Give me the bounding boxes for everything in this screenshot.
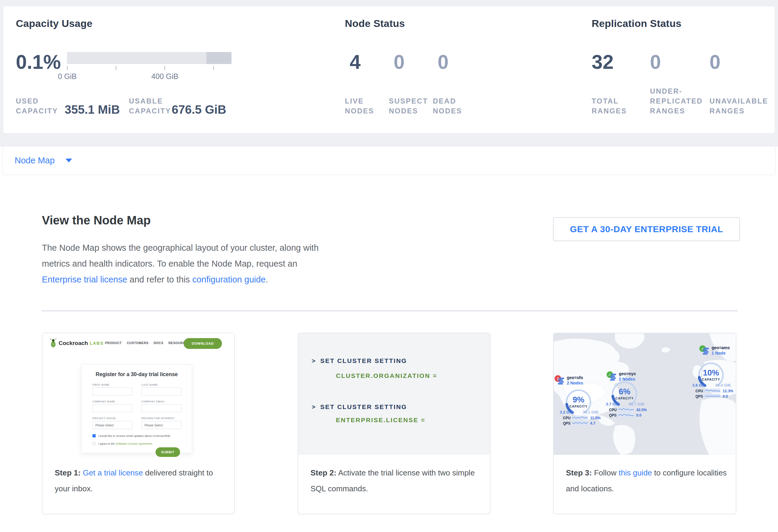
this-guide-link[interactable]: this guide [619,468,652,477]
step-2-caption: Step 2: Activate the trial license with … [310,465,478,497]
step-3-caption: Step 3: Follow this guide to configure l… [566,465,733,497]
capacity-used: 3.7 GiB [602,402,623,406]
cpu-sparkline [618,407,634,411]
configuration-guide-link[interactable]: configuration guide [192,275,265,284]
axis-tick-label-400: 400 GiB [148,72,181,81]
download-button: DOWNLOAD [184,338,222,349]
license-agree-prefix: I agree to the [98,442,116,445]
cluster-summary-bar: Capacity Usage 0.1% 0 GiB 400 GiB USED C… [3,6,775,134]
caption-text [81,468,83,477]
axis-tick [164,66,165,70]
section-divider [42,311,737,311]
capacity-label: CAPACITY [563,404,594,408]
capacity-total: 35.1 GiB [580,410,601,414]
cpu-label: CPU [563,416,570,420]
email-updates-text: I would like to receive email updates ab… [98,434,171,438]
capacity-percent: 9% [566,395,591,404]
last-name-input [142,387,181,395]
capacity-usage-bar [67,52,232,64]
form-title: Register for a 30-day trial license [82,371,192,378]
node-map-dropdown[interactable]: Node Map [15,156,55,165]
axis-tick [67,66,68,70]
step-2-card: >SET CLUSTER SETTING CLUSTER.ORGANIZATIO… [298,333,490,514]
enterprise-trial-license-link[interactable]: Enterprise trial license [42,275,127,284]
capacity-percent: 10% [699,368,723,378]
under-replicated-ranges-label: UNDER-REPLICATED RANGES [650,86,709,116]
company-name-label: COMPANY NAME [92,400,115,403]
step-1-card: Cockroach LABS PRODUCT CUSTOMERS DOCS RE… [42,333,235,514]
axis-tick [116,66,116,70]
under-replicated-ranges-value: 0 [650,51,661,73]
capacity-used: 3.6 GiB [689,383,709,387]
get-trial-license-link[interactable]: Get a trial license [83,468,143,477]
software-license-agreement-link: Software License Agreement. [116,442,153,445]
database-icon [558,378,566,385]
cpu-value: 12.3% [723,389,733,393]
trial-site-brand-suffix: LABS [90,341,103,346]
capacity-usage-percent: 0.1% [16,51,61,73]
cpu-sparkline [705,389,720,393]
unavailable-ranges-value: 0 [709,51,720,73]
capacity-label: CAPACITY [610,396,639,400]
axis-tick-label-0: 0 GiB [52,72,82,81]
replication-status-title: Replication Status [592,18,681,29]
sql-prompt: > [312,357,316,364]
usable-capacity-label: USABLE CAPACITY [129,96,174,116]
description-text: and refer to this [127,275,192,284]
sql-snippet: >SET CLUSTER SETTING CLUSTER.ORGANIZATIO… [298,333,490,455]
project-phase-select: Please Select [92,421,133,429]
company-email-label: COMPANY EMAIL [142,400,165,403]
chevron-down-icon[interactable] [66,159,72,162]
company-name-input [92,404,133,412]
unavailable-ranges-label: UNAVAILABLE RANGES [709,96,772,116]
submit-button: SUBMIT [156,447,180,457]
node-map-description: The Node Map shows the geographical layo… [42,240,331,288]
capacity-total: 65.7 GiB [626,402,647,406]
project-phase-label: PROJECT PHASE [92,417,116,420]
trial-register-form: Register for a 30-day trial license FIRS… [81,365,192,453]
sql-setting-enterprise-license: ENTERPRISE.LICENSE = [336,416,425,424]
qps-sparkline [572,421,588,425]
caption-text: Follow [592,468,619,477]
reason-select: Please Select [142,421,181,429]
email-updates-checkbox [92,434,96,438]
license-agree-checkbox [92,442,96,445]
sql-command: SET CLUSTER SETTING [320,357,407,364]
qps-sparkline [705,394,720,398]
nav-item-product: PRODUCT [105,341,122,345]
locality-name: geo=nyc [619,371,636,376]
step-2-prefix: Step 2: [310,468,336,477]
view-selector-bar: Node Map [2,146,776,175]
cpu-label: CPU [609,408,617,412]
first-name-input [92,387,133,395]
dead-nodes-value: 0 [438,51,449,73]
locality-name: geo=ams [712,345,730,350]
used-capacity-label: USED CAPACITY [16,96,64,116]
last-name-label: LAST NAME [142,383,158,386]
capacity-used: 3.2 GiB [556,410,577,414]
enterprise-trial-button[interactable]: GET A 30-DAY ENTERPRISE TRIAL [553,217,740,241]
suspect-nodes-label: SUSPECT NODES [389,96,428,116]
database-icon [703,348,710,355]
node-status-title: Node Status [345,18,405,29]
qps-value: 0.0 [723,394,728,398]
qps-label: QPS [609,413,617,417]
cpu-value: 42.5% [636,408,647,412]
nav-item-customers: CUSTOMERS [127,341,148,345]
cpu-sparkline [572,415,588,420]
locality-node-count: 1 Node [712,351,726,356]
qps-value: 0.0 [636,413,641,417]
step-1-caption: Step 1: Get a trial license delivered st… [55,465,222,497]
first-name-label: FIRST NAME [92,383,109,386]
qps-label: QPS [695,394,703,398]
qps-value: 4.7 [590,421,595,426]
capacity-usage-bar-unusable-segment [207,52,232,64]
suspect-nodes-value: 0 [394,51,405,73]
axis-tick [213,66,214,70]
license-agree-text: I agree to the Software License Agreemen… [98,442,153,445]
locality-node-count: 2 Nodes [567,381,583,385]
total-ranges-value: 32 [592,51,614,73]
capacity-label: CAPACITY [696,378,726,381]
sql-command: SET CLUSTER SETTING [320,403,407,410]
description-text: . [265,275,268,284]
